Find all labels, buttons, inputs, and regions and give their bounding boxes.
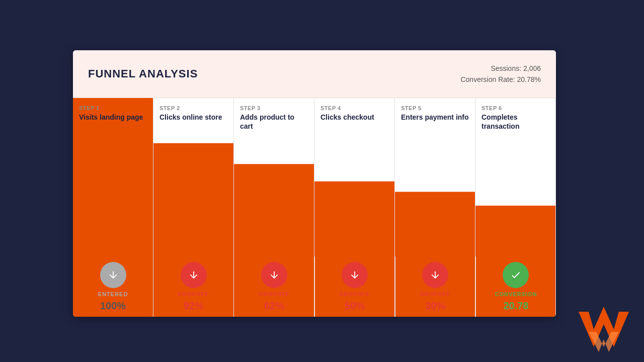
conversion-rate-stat: Conversion Rate: 20.78% — [460, 74, 541, 85]
step-label-3: STEP 3 Adds product to cart — [234, 98, 314, 134]
conversion-label: CONVERSION — [495, 291, 537, 297]
step-desc-5: Enters payment info — [401, 113, 469, 122]
step-label-1: STEP 1 Visits landing page — [73, 98, 153, 125]
step-desc-4: Clicks checkout — [320, 113, 388, 122]
card-stats: Sessions: 2,006 Conversion Rate: 20.78% — [460, 63, 541, 85]
dropoff-icon-4 — [342, 262, 368, 288]
bottom-col-4: DROPOFF 50% — [315, 256, 395, 317]
step-number-6: STEP 6 — [481, 105, 549, 111]
step-label-6: STEP 6 Completes transaction — [475, 98, 555, 134]
bottom-col-6: CONVERSION 20.78 — [476, 256, 556, 317]
step-desc-1: Visits landing page — [79, 113, 147, 122]
entered-label: ENTERED — [98, 291, 128, 297]
dropoff-value-4: 50% — [345, 300, 365, 312]
step-label-2: STEP 2 Clicks online store — [153, 98, 233, 125]
dropoff-icon-3 — [261, 262, 287, 288]
entered-value: 100% — [100, 300, 126, 312]
step-number-4: STEP 4 — [320, 105, 388, 111]
dropoff-icon-5 — [422, 262, 448, 288]
step-number-5: STEP 5 — [401, 105, 469, 111]
step-label-5: STEP 5 Enters payment info — [395, 98, 475, 125]
step-desc-6: Completes transaction — [481, 113, 549, 131]
sessions-stat: Sessions: 2,006 — [460, 63, 541, 74]
entered-icon — [100, 262, 126, 288]
bottom-col-1: ENTERED 100% — [73, 256, 153, 317]
step-label-4: STEP 4 Clicks checkout — [314, 98, 394, 125]
step-number-3: STEP 3 — [240, 105, 308, 111]
bottom-col-2: DROPOFF 92% — [153, 256, 234, 317]
dropoff-label-3: DROPOFF — [259, 291, 290, 297]
dropoff-label-4: DROPOFF — [340, 291, 370, 297]
logo-watermark — [574, 307, 634, 352]
dropoff-value-3: 62% — [264, 300, 284, 312]
dropoff-value-2: 92% — [184, 300, 204, 312]
bottom-col-3: DROPOFF 62% — [234, 256, 314, 317]
dropoff-label-2: DROPOFF — [178, 291, 209, 297]
dropoff-label-5: DROPOFF — [420, 291, 451, 297]
dropoff-icon-2 — [181, 262, 207, 288]
step-number-2: STEP 2 — [159, 105, 227, 111]
step-desc-3: Adds product to cart — [240, 113, 308, 131]
bottom-col-5: DROPOFF 30% — [395, 256, 476, 317]
card-header: FUNNEL ANALYSIS Sessions: 2,006 Conversi… — [73, 50, 556, 98]
step-number-1: STEP 1 — [79, 105, 147, 111]
conversion-icon — [503, 262, 529, 288]
main-card: FUNNEL ANALYSIS Sessions: 2,006 Conversi… — [73, 50, 556, 317]
page-title: FUNNEL ANALYSIS — [88, 67, 198, 80]
dropoff-value-5: 30% — [425, 300, 445, 312]
funnel-content: STEP 1 Visits landing page STEP 2 Clicks… — [73, 98, 556, 317]
bottom-section: ENTERED 100% DROPOFF 92% — [73, 256, 556, 317]
step-desc-2: Clicks online store — [159, 113, 227, 122]
conversion-value: 20.78 — [503, 300, 528, 312]
